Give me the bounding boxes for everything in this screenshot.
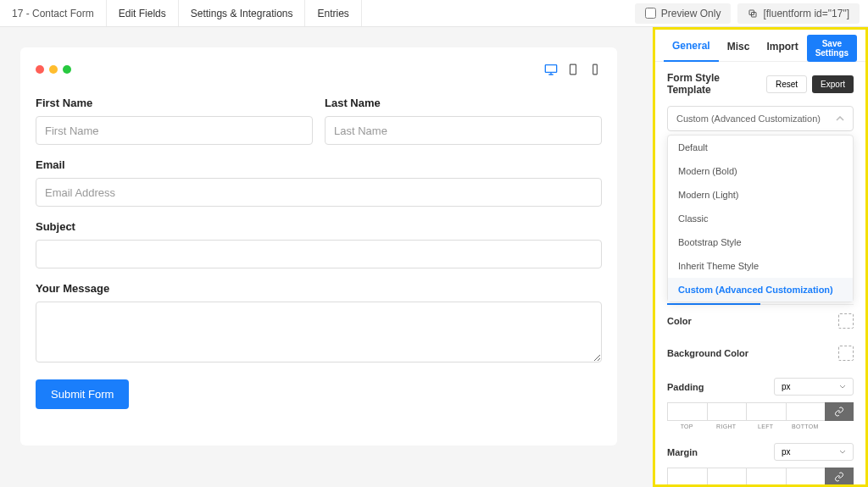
margin-label: Margin — [667, 447, 698, 457]
padding-bottom-input[interactable] — [786, 402, 826, 421]
margin-bottom-input[interactable] — [786, 468, 826, 486]
email-label: Email — [36, 158, 602, 171]
link-icon — [834, 407, 844, 417]
margin-unit-select[interactable]: px — [774, 443, 854, 461]
bg-color-label: Background Color — [667, 348, 748, 358]
preview-only-label: Preview Only — [661, 8, 721, 19]
nav-entries[interactable]: Entries — [305, 0, 361, 26]
color-picker-button[interactable] — [838, 313, 854, 329]
template-option-default[interactable]: Default — [668, 136, 853, 159]
shortcode-display[interactable]: [fluentform id="17"] — [737, 3, 860, 24]
first-name-label: First Name — [36, 97, 313, 109]
message-label: Your Message — [36, 282, 602, 295]
margin-link-button[interactable] — [825, 468, 854, 486]
margin-left-input[interactable] — [746, 468, 786, 486]
padding-left-input[interactable] — [746, 402, 786, 421]
template-dropdown: Default Modern (Bold) Modern (Light) Cla… — [667, 135, 854, 302]
template-option-custom[interactable]: Custom (Advanced Customization) — [668, 278, 853, 302]
tab-general[interactable]: General — [664, 35, 719, 62]
window-dots — [36, 65, 71, 74]
desktop-icon[interactable] — [544, 64, 558, 75]
tab-misc[interactable]: Misc — [719, 36, 759, 61]
tab-import[interactable]: Import — [758, 36, 806, 61]
template-option-modern-bold[interactable]: Modern (Bold) — [668, 159, 853, 183]
template-option-inherit[interactable]: Inherit Theme Style — [668, 254, 853, 278]
subject-label: Subject — [36, 220, 602, 233]
panel-title: Form Style Template — [667, 72, 766, 96]
padding-right-input[interactable] — [707, 402, 747, 421]
tablet-icon[interactable] — [566, 64, 580, 75]
style-panel: General Misc Import Save Settings Form S… — [653, 27, 868, 487]
padding-right-label: RIGHT — [707, 423, 747, 429]
template-option-bootstrap[interactable]: Bootstrap Style — [668, 230, 853, 254]
margin-top-input[interactable] — [667, 468, 707, 486]
svg-rect-3 — [570, 64, 576, 75]
padding-link-button[interactable] — [825, 402, 854, 421]
preview-only-checkbox[interactable] — [645, 8, 656, 19]
bg-color-picker-button[interactable] — [838, 346, 854, 361]
save-settings-button[interactable]: Save Settings — [807, 35, 857, 62]
email-input[interactable] — [36, 178, 602, 207]
top-navigation: 17 - Contact Form Edit Fields Settings &… — [0, 0, 868, 27]
reset-button[interactable]: Reset — [766, 75, 807, 93]
form-canvas: First Name Last Name Email Subject Your … — [0, 27, 653, 487]
submit-button[interactable]: Submit Form — [36, 379, 129, 409]
form-title: 17 - Contact Form — [0, 0, 107, 26]
preview-only-toggle[interactable]: Preview Only — [635, 3, 732, 24]
nav-edit-fields[interactable]: Edit Fields — [107, 0, 179, 26]
message-textarea[interactable] — [36, 302, 602, 362]
copy-icon — [748, 8, 758, 19]
margin-inputs: TOP RIGHT LEFT BOTTOM — [667, 468, 854, 487]
template-option-modern-light[interactable]: Modern (Light) — [668, 183, 853, 207]
link-icon — [834, 472, 844, 482]
nav-settings-integrations[interactable]: Settings & Integrations — [179, 0, 306, 26]
template-select-value: Custom (Advanced Customization) — [676, 113, 821, 124]
padding-inputs: TOP RIGHT LEFT BOTTOM — [667, 402, 854, 429]
export-button[interactable]: Export — [812, 75, 854, 93]
form-preview-card: First Name Last Name Email Subject Your … — [20, 47, 617, 445]
padding-left-label: LEFT — [746, 423, 786, 429]
last-name-input[interactable] — [325, 116, 602, 145]
margin-right-input[interactable] — [707, 468, 747, 486]
last-name-label: Last Name — [325, 97, 602, 109]
padding-top-input[interactable] — [667, 402, 707, 421]
svg-rect-2 — [545, 65, 556, 73]
svg-rect-4 — [593, 64, 598, 75]
color-label: Color — [667, 316, 692, 326]
template-select[interactable]: Custom (Advanced Customization) — [667, 106, 854, 131]
first-name-input[interactable] — [36, 116, 313, 145]
shortcode-text: [fluentform id="17"] — [763, 8, 849, 19]
padding-top-label: TOP — [667, 423, 707, 429]
padding-bottom-label: BOTTOM — [786, 423, 826, 429]
padding-unit-select[interactable]: px — [774, 378, 854, 396]
chevron-up-icon — [836, 116, 844, 121]
padding-label: Padding — [667, 382, 704, 392]
mobile-icon[interactable] — [588, 64, 602, 75]
template-option-classic[interactable]: Classic — [668, 207, 853, 230]
subject-input[interactable] — [36, 240, 602, 268]
